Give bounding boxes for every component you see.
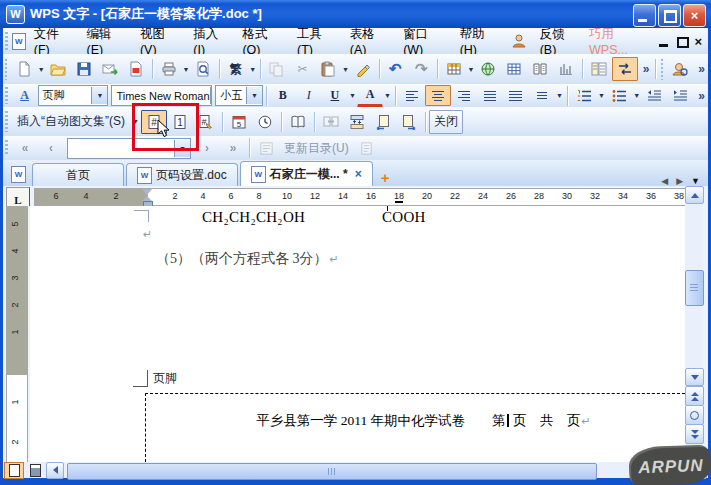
convert-dropdown[interactable]: ▼: [249, 58, 257, 80]
bullets-dropdown[interactable]: ▼: [632, 85, 641, 107]
first-line-indent-marker[interactable]: [142, 189, 152, 195]
vertical-scroll-thumb[interactable]: [685, 270, 704, 306]
tab-scroll-left-icon[interactable]: ◀: [661, 176, 668, 186]
doc-minimize-button[interactable]: [656, 33, 671, 50]
mail-button[interactable]: [97, 57, 123, 81]
tab-close-icon[interactable]: ×: [355, 167, 362, 181]
underline-dropdown[interactable]: ▼: [348, 85, 357, 107]
insert-table-button[interactable]: [441, 57, 467, 81]
align-right-button[interactable]: [451, 85, 477, 106]
doc-restore-button[interactable]: [674, 33, 689, 50]
print-preview-button[interactable]: [190, 57, 216, 81]
new-document-button[interactable]: [11, 57, 37, 81]
wps-doc-icon[interactable]: W: [11, 166, 26, 183]
new-document-dropdown[interactable]: ▼: [37, 58, 45, 80]
show-previous-button[interactable]: [370, 110, 396, 134]
tab-page-number-doc[interactable]: W 页码设置.doc: [126, 163, 238, 186]
bullets-button[interactable]: [606, 85, 632, 106]
line-spacing-button[interactable]: [529, 85, 555, 106]
document-canvas[interactable]: CH₂CH₂CH₂OH COOH ↵ （5）（两个方程式各 3分）↵ 页脚 平乡…: [30, 206, 688, 462]
open-button[interactable]: [45, 57, 71, 81]
table-dropdown[interactable]: ▼: [467, 58, 475, 80]
promo-link[interactable]: 巧用WPS...: [589, 26, 646, 57]
nav-previous-button[interactable]: ‹: [38, 136, 64, 160]
paste-dropdown[interactable]: ▼: [341, 58, 349, 80]
horizontal-scroll-track[interactable]: [65, 463, 688, 478]
print-dropdown[interactable]: ▼: [182, 58, 190, 80]
toolbar-grip[interactable]: [5, 111, 8, 131]
style-dropdown[interactable]: ▼: [91, 87, 107, 104]
browse-next-button[interactable]: [685, 424, 704, 444]
close-header-footer-button[interactable]: 关闭: [429, 110, 463, 134]
page-setup-button[interactable]: [285, 110, 311, 134]
font-size-combo[interactable]: 小五 ▼: [215, 85, 263, 106]
toolbar-grip[interactable]: [5, 32, 8, 50]
tab-home[interactable]: 首页: [32, 163, 124, 186]
columns-icon[interactable]: [527, 57, 553, 81]
line-spacing-dropdown[interactable]: ▼: [555, 85, 564, 107]
feedback-person-icon[interactable]: [506, 29, 532, 53]
tab-shijiazhuang-doc[interactable]: W 石家庄一模... * ×: [240, 161, 373, 186]
insert-date-button[interactable]: 5: [226, 110, 252, 134]
browse-previous-button[interactable]: [685, 386, 704, 406]
format-painter-button[interactable]: [350, 57, 376, 81]
increase-indent-button[interactable]: [667, 85, 693, 106]
distribute-button[interactable]: [503, 85, 529, 106]
nav-first-button[interactable]: «: [12, 136, 38, 160]
decrease-indent-button[interactable]: [641, 85, 667, 106]
table-grid-icon[interactable]: [501, 57, 527, 81]
numbering-button[interactable]: [571, 85, 597, 106]
italic-button[interactable]: I: [296, 85, 322, 106]
toolbar-grip[interactable]: [5, 87, 8, 103]
doc-close-button[interactable]: ×: [691, 33, 706, 50]
vertical-scrollbar[interactable]: [685, 186, 702, 462]
export-pdf-button[interactable]: [123, 57, 149, 81]
font-size-dropdown[interactable]: ▼: [246, 87, 262, 104]
show-next-button[interactable]: [396, 110, 422, 134]
show-formatting-marks-toggle[interactable]: [612, 57, 638, 81]
scroll-up-button[interactable]: [685, 186, 704, 204]
toolbar-grip[interactable]: [661, 59, 663, 80]
switch-header-footer-button[interactable]: [344, 110, 370, 134]
undo-button[interactable]: ↶: [382, 57, 408, 81]
style-combo[interactable]: 页脚 ▼: [38, 85, 109, 106]
new-tab-button[interactable]: +: [375, 169, 396, 186]
hyperlink-icon[interactable]: [475, 57, 501, 81]
paste-button[interactable]: [315, 57, 341, 81]
font-color-dropdown[interactable]: ▼: [383, 85, 392, 107]
help-person-icon[interactable]: [667, 57, 693, 81]
outline-view-button[interactable]: [25, 462, 45, 479]
toc-icon[interactable]: [253, 136, 279, 160]
toc-settings-icon[interactable]: [354, 136, 380, 160]
align-left-button[interactable]: [399, 85, 425, 106]
underline-button[interactable]: U: [322, 85, 348, 106]
nav-last-button[interactable]: »: [220, 136, 246, 160]
scroll-left-button[interactable]: [46, 462, 64, 479]
toolbar-overflow-chevron[interactable]: »: [640, 62, 653, 76]
toolbar-overflow-chevron[interactable]: »: [695, 62, 708, 76]
horizontal-scroll-thumb[interactable]: [67, 463, 597, 480]
chart-icon[interactable]: [553, 57, 579, 81]
simplified-traditional-button[interactable]: 繁: [223, 57, 249, 81]
copy-icon[interactable]: [263, 57, 289, 81]
cut-icon[interactable]: ✂: [289, 57, 315, 81]
print-button[interactable]: [156, 57, 182, 81]
insert-time-button[interactable]: [252, 110, 278, 134]
font-dropdown[interactable]: ▼: [210, 87, 213, 104]
align-center-button[interactable]: [425, 85, 451, 106]
font-color-button[interactable]: A: [357, 84, 383, 107]
insert-autotext-button[interactable]: 插入“自动图文集”(S): [12, 110, 130, 134]
update-toc-button[interactable]: 更新目录(U): [279, 136, 354, 160]
footer-text-line[interactable]: 平乡县第一学 2011 年期中化学试卷 第 页 共 页↵: [170, 396, 650, 446]
document-map-icon[interactable]: [586, 57, 612, 81]
page-view-button[interactable]: [4, 462, 24, 479]
save-button[interactable]: [71, 57, 97, 81]
tab-stop-marker[interactable]: [395, 201, 403, 203]
redo-button[interactable]: ↷: [408, 57, 434, 81]
select-browse-object-button[interactable]: [685, 405, 704, 425]
tab-scroll-right-icon[interactable]: ▶: [676, 176, 683, 186]
bold-button[interactable]: B: [270, 85, 296, 106]
numbering-dropdown[interactable]: ▼: [597, 85, 606, 107]
tab-type-selector[interactable]: L: [6, 187, 30, 207]
toolbar-grip[interactable]: [5, 140, 8, 157]
